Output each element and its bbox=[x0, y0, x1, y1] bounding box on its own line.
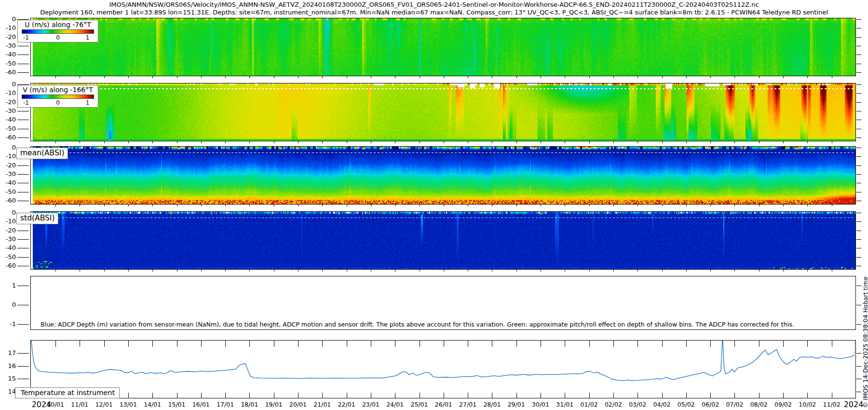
x-tick-label: 13/01 bbox=[120, 401, 137, 408]
y-tick-mark bbox=[856, 221, 861, 222]
x-tick-mark bbox=[783, 270, 784, 272]
y-tick-label: -60 bbox=[0, 197, 16, 204]
x-tick-label: 15/01 bbox=[168, 401, 185, 408]
x-tick-label: 10/01 bbox=[47, 401, 64, 408]
mean-absi-heatmap bbox=[31, 147, 855, 204]
x-tick-mark bbox=[637, 141, 638, 143]
x-tick-mark bbox=[249, 205, 250, 206]
x-tick-mark bbox=[613, 393, 614, 398]
x-tick-mark bbox=[420, 205, 420, 206]
x-tick-mark bbox=[759, 393, 760, 398]
std-absi-label: std(ABSI) bbox=[16, 213, 58, 224]
x-tick-mark bbox=[783, 341, 784, 347]
x-tick-mark bbox=[298, 205, 298, 206]
x-tick-mark bbox=[637, 270, 638, 272]
y-tick-mark bbox=[856, 201, 861, 201]
x-tick-mark bbox=[201, 141, 202, 143]
x-tick-mark bbox=[104, 205, 105, 206]
y-tick-mark bbox=[856, 84, 861, 85]
x-tick-mark bbox=[420, 393, 420, 398]
y-tick-mark bbox=[17, 192, 29, 192]
x-tick-mark bbox=[80, 76, 80, 78]
x-tick-mark bbox=[589, 341, 590, 347]
x-tick-mark bbox=[516, 205, 517, 206]
y-tick-label: 14 bbox=[0, 388, 16, 395]
x-tick-mark bbox=[322, 270, 323, 272]
y-tick-mark bbox=[17, 46, 29, 46]
y-tick-mark bbox=[856, 231, 861, 231]
x-tick-mark bbox=[371, 341, 371, 347]
x-tick-mark bbox=[128, 341, 129, 347]
x-tick-mark bbox=[492, 270, 492, 272]
x-tick-mark bbox=[637, 205, 638, 206]
x-tick-mark bbox=[128, 393, 129, 398]
x-tick-mark bbox=[347, 141, 347, 143]
y-tick-label: -60 bbox=[0, 262, 16, 269]
v-colorbar-ticks: -1 0 1 bbox=[22, 99, 94, 106]
x-tick-mark bbox=[565, 205, 565, 206]
x-tick-mark bbox=[613, 76, 614, 78]
x-tick-mark bbox=[274, 76, 274, 78]
x-tick-mark bbox=[395, 393, 395, 398]
x-tick-mark bbox=[589, 205, 590, 206]
figure-title: IMOS/ANMN/NSW/ORS065/Velocity/IMOS_ANMN-… bbox=[0, 1, 868, 8]
x-tick-mark bbox=[249, 341, 250, 347]
y-tick-mark bbox=[17, 183, 29, 183]
y-tick-mark bbox=[856, 266, 861, 266]
x-tick-label: 31/01 bbox=[556, 401, 573, 408]
x-tick-label: 04/02 bbox=[653, 401, 670, 408]
x-tick-mark bbox=[589, 141, 590, 143]
x-tick-mark bbox=[832, 76, 832, 78]
x-tick-mark bbox=[225, 270, 226, 272]
x-tick-mark bbox=[759, 76, 760, 78]
x-tick-mark bbox=[734, 270, 735, 272]
x-tick-mark bbox=[80, 341, 80, 347]
y-tick-mark bbox=[17, 353, 29, 354]
colorbar-tick-label: 0 bbox=[56, 34, 60, 41]
mean-absi-label: mean(ABSI) bbox=[16, 148, 68, 159]
y-tick-label: -10 bbox=[0, 24, 16, 31]
y-tick-mark bbox=[856, 46, 861, 46]
x-tick-label: 05/02 bbox=[678, 401, 695, 408]
y-tick-mark bbox=[856, 392, 861, 392]
temperature-label: Temperature at instrument bbox=[15, 387, 120, 398]
x-tick-mark bbox=[371, 205, 371, 206]
x-tick-mark bbox=[444, 76, 444, 78]
x-tick-mark bbox=[807, 76, 808, 78]
y-tick-mark bbox=[17, 129, 29, 129]
y-tick-mark bbox=[856, 192, 861, 192]
y-tick-label: 16 bbox=[0, 362, 16, 369]
x-tick-mark bbox=[783, 141, 784, 143]
x-tick-label: 06/02 bbox=[702, 401, 719, 408]
x-tick-mark bbox=[468, 76, 468, 78]
x-tick-label: 22/01 bbox=[338, 401, 355, 408]
v-velocity-heatmap bbox=[31, 83, 855, 141]
x-tick-mark bbox=[420, 270, 420, 272]
y-tick-label: -40 bbox=[0, 116, 16, 123]
y-tick-mark bbox=[856, 183, 861, 183]
y-tick-mark bbox=[17, 174, 29, 175]
x-tick-label: 01/02 bbox=[581, 401, 598, 408]
x-tick-mark bbox=[395, 141, 395, 143]
x-tick-label: 18/01 bbox=[241, 401, 258, 408]
x-tick-mark bbox=[322, 205, 323, 206]
x-tick-mark bbox=[516, 270, 517, 272]
depth-variation-note: Blue: ADCP Depth (m) variation from sens… bbox=[41, 321, 794, 328]
y-tick-label: -10 bbox=[0, 89, 16, 96]
figure-subtitle: Deployment 160, member 1 lat=33.89S lon=… bbox=[0, 9, 868, 16]
x-tick-mark bbox=[541, 141, 541, 143]
x-tick-mark bbox=[516, 341, 517, 347]
y-tick-mark bbox=[17, 72, 29, 73]
x-tick-mark bbox=[710, 393, 711, 398]
x-tick-mark bbox=[492, 393, 492, 398]
x-tick-mark bbox=[201, 205, 202, 206]
colorbar-tick-label: 1 bbox=[86, 34, 90, 41]
x-tick-mark bbox=[152, 393, 153, 398]
x-tick-mark bbox=[468, 141, 468, 143]
y-tick-mark bbox=[17, 64, 29, 64]
y-tick-mark bbox=[17, 239, 29, 240]
x-tick-mark bbox=[128, 141, 129, 143]
x-tick-mark bbox=[104, 141, 105, 143]
x-tick-label: 25/01 bbox=[410, 401, 428, 408]
x-tick-mark bbox=[759, 205, 760, 206]
